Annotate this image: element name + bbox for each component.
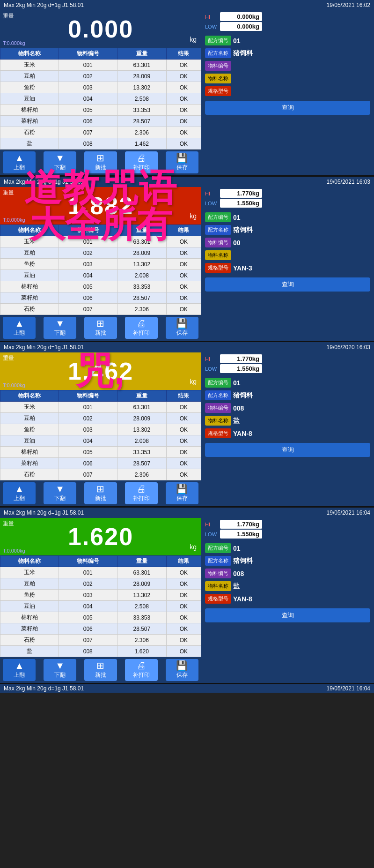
- btn-label-save: 保存: [176, 671, 188, 679]
- info-label: 物料名称: [205, 250, 231, 260]
- info-label: 配方名称: [205, 556, 231, 566]
- toolbar-btn-up[interactable]: ▲ 上翻: [3, 151, 36, 173]
- table-row: 菜籽粕00628.507OK: [0, 458, 201, 469]
- down-icon: ▼: [55, 153, 65, 163]
- toolbar-btn-save[interactable]: 💾 保存: [166, 151, 198, 173]
- info-row: 配方编号 01: [205, 36, 370, 45]
- info-row: 物料编号 00: [205, 238, 370, 247]
- down-icon: ▼: [55, 484, 65, 494]
- table-header: 重量: [117, 390, 166, 402]
- toolbar: ▲ 上翻 ▼ 下翻 ⊞ 新批 🖨 补打印: [0, 657, 201, 683]
- low-label: LOW: [205, 24, 218, 30]
- hi-label: HI: [205, 14, 218, 20]
- toolbar-btn-batch[interactable]: ⊞ 新批: [84, 482, 117, 504]
- table-header: 结果: [166, 225, 201, 236]
- info-value: 01: [233, 545, 370, 552]
- info-label: 配方名称: [205, 390, 231, 400]
- tare-label: T:0.000kg: [3, 40, 25, 46]
- table-row: 菜籽粕00628.507OK: [0, 292, 201, 304]
- left-section: 重量 T:0.000kg 0.000 kg 物料名称物料编号重量结果: [0, 10, 201, 175]
- table-body: 玉米00163.301OK 豆粕00228.009OK 鱼粉00313.302O…: [0, 567, 201, 657]
- weight-display: 重量 T:0.000kg 1.882 kg: [0, 187, 201, 224]
- table-header: 重量: [117, 225, 166, 236]
- info-row: 配方名称 猪饲料: [205, 48, 370, 58]
- panel-body: 重量 T:0.000kg 1.620 kg: [0, 518, 201, 555]
- toolbar-btn-up[interactable]: ▲ 上翻: [3, 659, 36, 681]
- info-row: 物料名称 盐: [205, 581, 370, 591]
- toolbar-btn-print[interactable]: 🖨 补打印: [125, 482, 158, 504]
- top-bar-left: Max 2kg Min 20g d=1g J1.58.01: [4, 2, 84, 8]
- low-row: LOW 1.550kg: [205, 199, 370, 208]
- top-bar-right: 19/05/2021 16:02: [327, 2, 370, 8]
- print-icon: 🖨: [137, 484, 146, 494]
- query-button[interactable]: 查询: [205, 277, 370, 292]
- hi-low-display: HI 1.770kg LOW 1.550kg: [205, 520, 370, 539]
- hi-value: 1.770kg: [220, 520, 262, 529]
- info-value: 008: [233, 570, 370, 577]
- table-header-row: 物料名称物料编号重量结果: [0, 225, 201, 236]
- down-icon: ▼: [55, 319, 65, 328]
- data-table: 物料名称物料编号重量结果 玉米00163.301OK 豆粕00228.009OK…: [0, 224, 201, 315]
- panel-body: 重量 T:0.000kg 0.000 kg: [0, 10, 201, 48]
- table-header: 物料名称: [0, 225, 59, 236]
- hi-low-display: HI 1.770kg LOW 1.550kg: [205, 354, 370, 373]
- top-bar-right: 19/05/2020 16:03: [327, 344, 370, 351]
- up-icon: ▲: [15, 484, 24, 494]
- info-value: YAN-3: [233, 264, 370, 272]
- save-icon: 💾: [176, 153, 188, 163]
- toolbar-btn-print[interactable]: 🖨 补打印: [125, 151, 158, 173]
- top-bar-right: 19/05/2021 16:04: [327, 509, 370, 516]
- save-icon: 💾: [176, 319, 188, 328]
- low-value: 1.550kg: [220, 199, 262, 208]
- toolbar-btn-down[interactable]: ▼ 下翻: [44, 151, 76, 173]
- table-header: 物料编号: [59, 390, 117, 402]
- table-header-row: 物料名称物料编号重量结果: [0, 556, 201, 567]
- toolbar-btn-batch[interactable]: ⊞ 新批: [84, 151, 117, 173]
- btn-label-up: 上翻: [14, 164, 25, 172]
- low-label: LOW: [205, 531, 218, 537]
- top-bar: Max 2kg Min 20g d=1g J1.58.01 19/05/2020…: [0, 342, 374, 352]
- top-bar-left: Max 2kg Min 20g d=1g J1.58.01: [4, 344, 84, 351]
- toolbar-btn-print[interactable]: 🖨 补打印: [125, 317, 158, 339]
- weight-value: 1.462: [68, 357, 133, 385]
- btn-label-print: 补打印: [133, 164, 150, 172]
- right-section: HI 1.770kg LOW 1.550kg 配方编号 01 配方名称 猪饲料 …: [201, 352, 374, 506]
- print-icon: 🖨: [137, 661, 146, 670]
- hi-label: HI: [205, 356, 218, 362]
- table-row: 豆粕00228.009OK: [0, 247, 201, 259]
- main-row: 重量 T:0.000kg 1.882 kg 道教咒语 大全所有 物料名称物料编号…: [0, 187, 374, 341]
- print-icon: 🖨: [137, 153, 146, 163]
- toolbar-btn-down[interactable]: ▼ 下翻: [44, 482, 76, 504]
- left-section: 重量 T:0.000kg 1.882 kg 道教咒语 大全所有 物料名称物料编号…: [0, 187, 201, 341]
- toolbar-btn-save[interactable]: 💾 保存: [166, 659, 198, 681]
- query-button[interactable]: 查询: [205, 443, 370, 457]
- toolbar-btn-down[interactable]: ▼ 下翻: [44, 317, 76, 339]
- right-section: HI 1.770kg LOW 1.550kg 配方编号 01 配方名称 猪饲料 …: [201, 187, 374, 341]
- toolbar-btn-print[interactable]: 🖨 补打印: [125, 659, 158, 681]
- toolbar-btn-up[interactable]: ▲ 上翻: [3, 317, 36, 339]
- hi-row: HI 1.770kg: [205, 189, 370, 198]
- top-bar-left: Max 2kg Min 20g d=1g J1.58.01: [4, 509, 84, 516]
- table-header-row: 物料名称物料编号重量结果: [0, 390, 201, 402]
- screen-panel-2: Max 2kg Min 20g d=1g J1.58.01 19/05/2020…: [0, 342, 374, 508]
- hi-low-display: HI 1.770kg LOW 1.550kg: [205, 189, 370, 208]
- toolbar-btn-up[interactable]: ▲ 上翻: [3, 482, 36, 504]
- table-header: 结果: [166, 556, 201, 567]
- toolbar-btn-batch[interactable]: ⊞ 新批: [84, 659, 117, 681]
- low-label: LOW: [205, 366, 218, 372]
- table-row: 鱼粉00313.302OK: [0, 590, 201, 601]
- toolbar-btn-save[interactable]: 💾 保存: [166, 317, 198, 339]
- low-value: 1.550kg: [220, 364, 262, 373]
- table-row: 豆粕00228.009OK: [0, 71, 201, 82]
- query-button[interactable]: 查询: [205, 101, 370, 115]
- toolbar-btn-down[interactable]: ▼ 下翻: [44, 659, 76, 681]
- panel-body: 重量 T:0.000kg 1.882 kg 道教咒语 大全所有: [0, 187, 201, 224]
- hi-label: HI: [205, 191, 218, 196]
- weight-value: 1.882: [68, 192, 133, 220]
- right-section: HI 1.770kg LOW 1.550kg 配方编号 01 配方名称 猪饲料 …: [201, 518, 374, 683]
- toolbar-btn-save[interactable]: 💾 保存: [166, 482, 198, 504]
- query-button[interactable]: 查询: [205, 608, 370, 622]
- info-row: 物料名称: [205, 74, 370, 83]
- hi-low-display: HI 0.000kg LOW 0.000kg: [205, 12, 370, 31]
- toolbar-btn-batch[interactable]: ⊞ 新批: [84, 317, 117, 339]
